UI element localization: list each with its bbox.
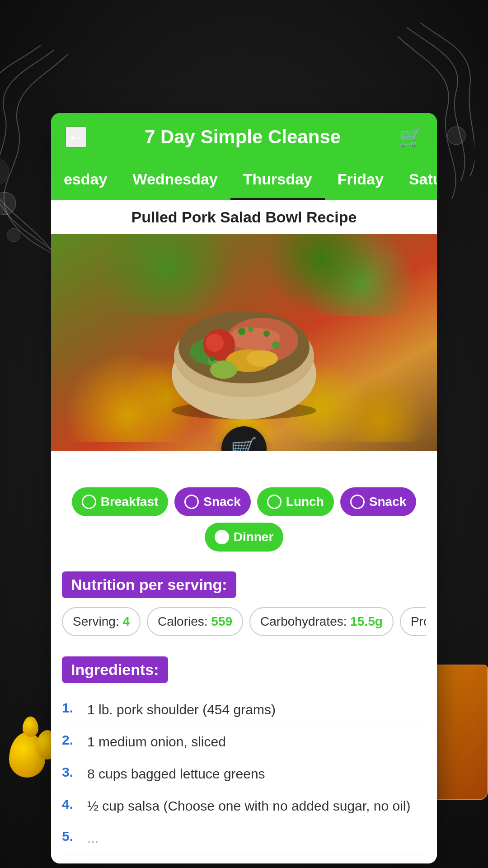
tab-saturday[interactable]: Saturday — [396, 160, 437, 200]
snack2-label: Snack — [369, 495, 407, 509]
ingredient-num: 1. — [62, 700, 80, 716]
ingredient-item: 5. ... — [62, 822, 426, 854]
day-tabs: esday Wednesday Thursday Friday Saturday — [51, 160, 437, 200]
lunch-label: Lunch — [286, 495, 324, 509]
nutrition-pills-row: Serving: 4 Calories: 559 Carbohydrates: … — [62, 607, 426, 638]
ingredient-list: 1. 1 lb. pork shoulder (454 grams) 2. 1 … — [62, 694, 426, 854]
app-header: ← 7 Day Simple Cleanse 🛒 — [51, 113, 437, 160]
ingredient-text: 1 medium onion, sliced — [87, 732, 426, 751]
ingredient-num: 3. — [62, 764, 80, 780]
recipe-title: Pulled Pork Salad Bowl Recipe — [131, 208, 357, 226]
cart-float-icon: 🛒 — [230, 436, 258, 451]
svg-point-19 — [272, 341, 279, 349]
svg-point-3 — [447, 127, 465, 145]
svg-point-14 — [246, 350, 278, 367]
ingredient-text: 8 cups bagged lettuce greens — [87, 764, 426, 783]
serving-value: 4 — [123, 614, 130, 628]
ingredients-section-title: Ingredients: — [62, 656, 168, 683]
tab-thursday[interactable]: Thursday — [230, 160, 325, 200]
meal-btn-snack-1[interactable]: Snack — [174, 487, 251, 516]
dinner-circle — [215, 530, 229, 544]
ingredient-item: 3. 8 cups bagged lettuce greens — [62, 758, 426, 790]
svg-point-18 — [263, 330, 270, 337]
bowl-svg — [154, 257, 334, 429]
dinner-label: Dinner — [234, 530, 274, 544]
carbs-label: Carbohydrates: — [260, 614, 350, 628]
meal-btn-snack-2[interactable]: Snack — [340, 487, 417, 516]
ingredient-num: 4. — [62, 797, 80, 812]
svg-point-20 — [210, 356, 215, 361]
ingredient-text: ½ cup salsa (Choose one with no added su… — [87, 797, 426, 816]
meal-types-row: Breakfast Snack Lunch Snack Dinner — [51, 451, 437, 562]
svg-point-0 — [0, 192, 16, 215]
ingredient-item: 1. 1 lb. pork shoulder (454 grams) — [62, 694, 426, 726]
snack1-label: Snack — [203, 495, 241, 509]
ingredient-num: 5. — [62, 829, 80, 844]
protein-pill: Pro — [400, 607, 426, 636]
protein-label: Pro — [411, 614, 426, 628]
breakfast-label: Breakfast — [101, 495, 159, 509]
carbs-value: 15.5g — [350, 614, 383, 628]
back-button[interactable]: ← — [66, 127, 86, 147]
ingredient-text: ... — [87, 829, 426, 848]
svg-point-16 — [238, 328, 245, 335]
carbs-pill: Carbohydrates: 15.5g — [249, 607, 394, 636]
breakfast-circle — [82, 495, 96, 509]
svg-point-1 — [7, 228, 20, 242]
food-image-container: 🛒 — [51, 234, 437, 451]
svg-point-15 — [210, 361, 237, 379]
calories-pill: Calories: 559 — [147, 607, 243, 636]
serving-pill: Serving: 4 — [62, 607, 141, 636]
meal-btn-breakfast[interactable]: Breakfast — [72, 487, 169, 516]
header-title: 7 Day Simple Cleanse — [95, 126, 390, 148]
ingredient-item: 4. ½ cup salsa (Choose one with no added… — [62, 790, 426, 822]
svg-point-12 — [206, 334, 224, 352]
tab-tuesday[interactable]: esday — [51, 160, 120, 200]
snack1-circle — [184, 495, 199, 509]
ingredient-text: 1 lb. pork shoulder (454 grams) — [87, 700, 426, 719]
ingredients-section: Ingredients: 1. 1 lb. pork shoulder (454… — [51, 647, 437, 863]
meal-btn-dinner[interactable]: Dinner — [205, 523, 284, 552]
tab-wednesday[interactable]: Wednesday — [120, 160, 230, 200]
calories-label: Calories: — [158, 614, 211, 628]
tab-friday[interactable]: Friday — [325, 160, 396, 200]
bowl-wrapper — [51, 234, 437, 451]
cart-icon-header[interactable]: 🛒 — [399, 126, 422, 148]
nutrition-section-title: Nutrition per serving: — [62, 571, 236, 598]
nutrition-section: Nutrition per serving: Serving: 4 Calori… — [51, 562, 437, 647]
calories-value: 559 — [211, 614, 232, 628]
ingredient-item: 2. 1 medium onion, sliced — [62, 726, 426, 758]
svg-point-17 — [248, 326, 253, 332]
recipe-title-bar: Pulled Pork Salad Bowl Recipe — [51, 200, 437, 234]
meal-btn-lunch[interactable]: Lunch — [257, 487, 334, 516]
ingredient-num: 2. — [62, 732, 80, 748]
lunch-circle — [267, 495, 282, 509]
serving-label: Serving: — [73, 614, 123, 628]
app-card: ← 7 Day Simple Cleanse 🛒 esday Wednesday… — [51, 113, 437, 863]
snack2-circle — [350, 495, 365, 509]
